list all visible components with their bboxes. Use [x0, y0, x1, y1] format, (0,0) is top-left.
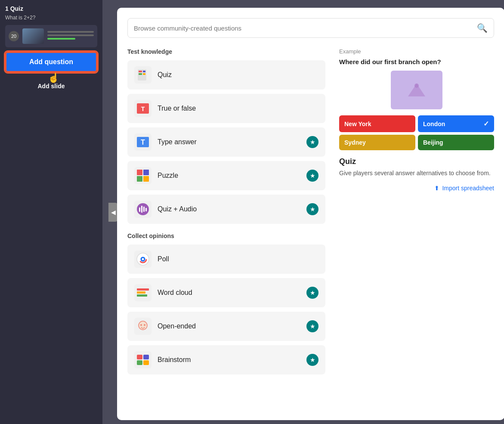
poll-icon [134, 251, 152, 268]
add-question-wrapper: Add question ☝ [5, 52, 97, 76]
question-item-brainstorm[interactable]: Brainstorm ★ [127, 345, 325, 374]
svg-rect-27 [137, 355, 142, 359]
word-cloud-star-badge: ★ [306, 287, 318, 299]
answer-grid: New York London ✓ Sydney Beijing [339, 115, 494, 150]
svg-point-32 [414, 84, 419, 88]
star-icon-audio: ★ [310, 206, 315, 213]
svg-rect-2 [143, 71, 145, 72]
left-column: Test knowledge Quiz [127, 48, 325, 379]
svg-rect-4 [143, 73, 145, 75]
svg-rect-15 [143, 207, 145, 212]
open-ended-label: Open-ended [158, 322, 306, 330]
svg-text:T: T [141, 139, 145, 146]
example-type-title: Quiz [339, 157, 494, 166]
question-item-quiz-audio[interactable]: Quiz + Audio ★ [127, 195, 325, 224]
svg-point-18 [137, 253, 149, 265]
poll-label: Poll [158, 255, 318, 263]
open-ended-icon [134, 318, 152, 335]
svg-rect-10 [143, 170, 149, 175]
true-false-icon: T [134, 100, 152, 117]
test-knowledge-label: Test knowledge [127, 48, 325, 55]
svg-rect-3 [139, 73, 142, 75]
answer-beijing: Beijing [418, 135, 494, 150]
search-icon[interactable]: 🔍 [477, 23, 488, 33]
star-icon-brainstorm: ★ [310, 356, 315, 363]
sidebar-line-1 [47, 31, 94, 33]
svg-rect-9 [137, 170, 142, 175]
question-item-open-ended[interactable]: Open-ended ★ [127, 312, 325, 341]
sidebar-quiz-sub: What is 2+2? [5, 15, 97, 21]
true-false-label: True or false [158, 105, 318, 112]
search-bar: 🔍 [127, 18, 494, 38]
svg-rect-16 [139, 207, 140, 212]
puzzle-icon [134, 167, 152, 184]
type-answer-icon: T [134, 133, 152, 151]
search-input[interactable] [134, 25, 477, 32]
brainstorm-star-badge: ★ [306, 354, 318, 366]
svg-rect-22 [137, 291, 145, 294]
answer-london: London ✓ [418, 115, 494, 132]
sidebar-thumb [22, 28, 44, 44]
svg-point-13 [137, 203, 149, 215]
panel-toggle-arrow[interactable]: ◀ [108, 203, 118, 222]
puzzle-star-badge: ★ [306, 170, 318, 182]
sidebar-line-2 [47, 34, 94, 36]
question-item-type-answer[interactable]: T Type answer ★ [127, 127, 325, 157]
svg-rect-30 [143, 360, 149, 365]
svg-rect-14 [141, 206, 142, 213]
question-item-true-false[interactable]: T True or false [127, 94, 325, 123]
svg-rect-28 [143, 355, 149, 359]
svg-text:T: T [141, 105, 145, 112]
svg-point-26 [144, 324, 145, 326]
star-icon-open-ended: ★ [310, 323, 315, 330]
quiz-audio-label: Quiz + Audio [158, 205, 306, 213]
upload-icon: ⬆ [434, 185, 439, 192]
answer-new-york: New York [339, 115, 415, 132]
collect-opinions-label: Collect opinions [127, 232, 325, 239]
sidebar-card: 20 [5, 25, 97, 47]
add-slide-button[interactable]: Add slide [5, 79, 97, 93]
quiz-label: Quiz [158, 71, 318, 79]
svg-rect-11 [137, 176, 142, 182]
sidebar: 1 Quiz What is 2+2? 20 Add question ☝ Ad… [0, 0, 102, 424]
svg-rect-29 [137, 360, 142, 365]
import-spreadsheet-link[interactable]: ⬆ Import spreadsheet [339, 185, 494, 192]
quiz-icon [134, 66, 152, 84]
word-cloud-label: Word cloud [158, 289, 306, 297]
word-cloud-icon [134, 284, 152, 301]
type-answer-star-badge: ★ [306, 136, 318, 148]
question-item-poll[interactable]: Poll [127, 244, 325, 274]
svg-rect-1 [139, 71, 142, 72]
sidebar-line-accent [47, 38, 75, 40]
sidebar-num: 20 [9, 31, 19, 41]
two-col-layout: Test knowledge Quiz [127, 48, 494, 379]
question-item-word-cloud[interactable]: Word cloud ★ [127, 278, 325, 307]
answer-text-beijing: Beijing [423, 139, 443, 146]
example-label: Example [339, 48, 494, 55]
answer-text-london: London [423, 121, 445, 127]
sidebar-quiz-label: 1 Quiz [5, 5, 97, 12]
add-question-button[interactable]: Add question [5, 52, 97, 72]
type-answer-label: Type answer [158, 138, 306, 146]
main-panel: 🔍 Test knowledge Quiz [117, 8, 504, 420]
star-icon-word-cloud: ★ [310, 289, 315, 296]
open-ended-star-badge: ★ [306, 320, 318, 332]
puzzle-label: Puzzle [158, 172, 306, 180]
example-type-desc: Give players several answer alternatives… [339, 169, 494, 178]
star-icon: ★ [310, 139, 315, 145]
quiz-audio-icon [134, 201, 152, 218]
quiz-audio-star-badge: ★ [306, 203, 318, 215]
question-item-puzzle[interactable]: Puzzle ★ [127, 161, 325, 190]
sidebar-lines [47, 31, 94, 41]
arrow-left-icon: ◀ [111, 209, 116, 216]
star-icon-puzzle: ★ [310, 172, 315, 179]
example-question: Where did our first branch open? [339, 58, 494, 65]
svg-rect-21 [137, 288, 149, 291]
correct-check-icon: ✓ [483, 120, 489, 128]
answer-text-new-york: New York [344, 121, 371, 127]
svg-rect-23 [137, 294, 147, 297]
example-image [391, 71, 442, 109]
svg-point-25 [140, 324, 142, 326]
question-item-quiz[interactable]: Quiz [127, 60, 325, 90]
import-label: Import spreadsheet [442, 185, 494, 192]
